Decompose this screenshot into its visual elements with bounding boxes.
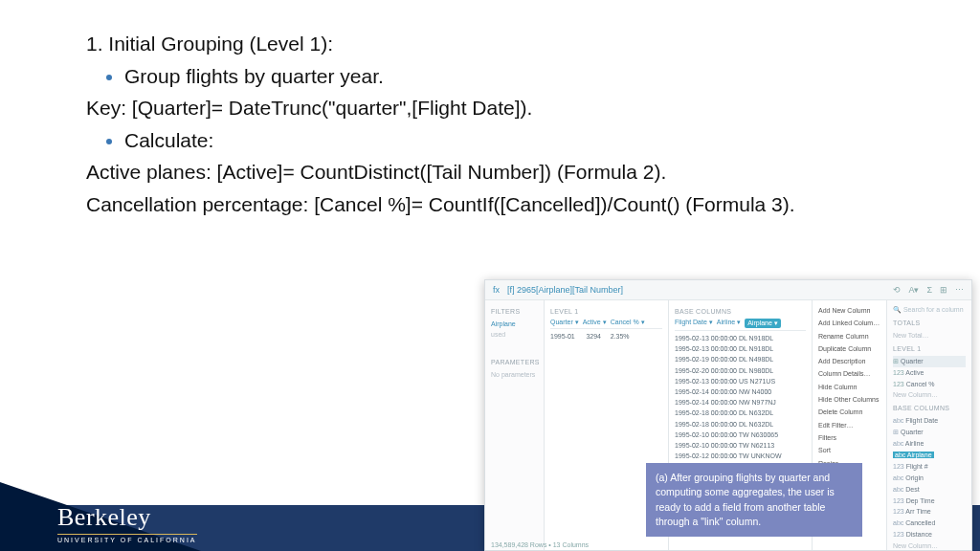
format-icon: A▾ xyxy=(908,285,919,295)
column-item: abc Airline xyxy=(893,438,966,450)
level1-heading: LEVEL 1 xyxy=(550,308,662,315)
search-placeholder: Search for a column xyxy=(903,306,964,313)
r-newcol: New Column… xyxy=(893,389,966,401)
base-heading: BASE COLUMNS xyxy=(675,308,806,315)
filter-item: Airplane xyxy=(491,319,538,329)
new-total: New Total… xyxy=(893,330,966,342)
menu-item: Filters xyxy=(818,431,880,444)
menu-item: Duplicate Column xyxy=(818,342,880,355)
col-airline: Airline ▾ xyxy=(717,319,741,328)
column-item: abc Origin xyxy=(893,473,966,484)
line-3: Active planes: [Active]= CountDistinct([… xyxy=(86,157,900,187)
params-heading: PARAMETERS xyxy=(491,359,538,365)
menu-item: Sort xyxy=(818,444,880,456)
shot-footer: 134,589,428 Rows • 13 Columns xyxy=(491,541,589,548)
menu-item: Column Details… xyxy=(818,367,880,380)
r-cancel: Cancel % xyxy=(906,381,935,387)
r-newcol2: New Column… xyxy=(893,540,966,551)
table-row: 1995-02-18 00:00:00 DL N632DL xyxy=(675,408,806,418)
logo-wordmark: Berkeley xyxy=(57,503,197,532)
logo-subtitle: UNIVERSITY OF CALIFORNIA xyxy=(57,534,197,543)
shot-toolbar: fx [f] 2965[Airplane][Tail Number] ⟲ A▾ … xyxy=(485,280,971,300)
col-quarter: Quarter ▾ xyxy=(550,319,579,326)
column-item: abc Dest xyxy=(893,484,966,496)
caption-box: (a) After grouping flights by quarter an… xyxy=(646,463,862,537)
berkeley-logo: Berkeley UNIVERSITY OF CALIFORNIA xyxy=(57,503,197,543)
column-item: abc Cancelled xyxy=(893,518,966,529)
base-cols: Flight Date ▾ Airline ▾ Airplane ▾ xyxy=(675,319,806,331)
line-2: Key: [Quarter]= DateTrunc("quarter",[Fli… xyxy=(86,93,900,123)
line-1: 1. Initial Grouping (Level 1): xyxy=(86,29,900,59)
column-item: 123 Distance xyxy=(893,529,966,540)
caption-text: After grouping flights by quarter and co… xyxy=(656,472,835,527)
menu-item: Edit Filter… xyxy=(818,419,880,431)
table-row: 1995-02-12 00:00:00 TW UNKNOW xyxy=(675,451,806,461)
right-bc-heading: BASE COLUMNS xyxy=(893,405,966,411)
totals-heading: TOTALS xyxy=(893,320,966,326)
column-item: 123 Dep Time xyxy=(893,496,966,507)
more-icon: ⋯ xyxy=(955,285,964,295)
table-row: 1995-02-20 00:00:00 DL N980DL xyxy=(675,365,806,376)
table-row: 1995-02-14 00:00:00 NW N4000 xyxy=(675,386,806,397)
undo-icon: ⟲ xyxy=(893,285,901,295)
menu-item: Add New Column xyxy=(818,304,880,317)
sigma-icon: Σ xyxy=(926,285,932,295)
menu-item: Delete Column xyxy=(818,406,880,418)
right-l1-heading: LEVEL 1 xyxy=(893,345,966,352)
filters-pane: FILTERS Airplane used PARAMETERS No para… xyxy=(485,300,545,551)
level1-cols: Quarter ▾ Active ▾ Cancel % ▾ xyxy=(550,319,662,329)
formula-bar: [f] 2965[Airplane][Tail Number] xyxy=(507,285,885,295)
bullet-2: Calculate: xyxy=(124,125,900,156)
menu-item: Hide Column xyxy=(818,381,880,393)
filter-sub: used xyxy=(491,329,538,340)
table-row: 1995-02-13 00:00:00 US N271US xyxy=(675,376,806,386)
table-row: 1995-02-10 00:00:00 TW N630065 xyxy=(675,430,806,440)
column-item: ⊞ Quarter xyxy=(893,427,966,438)
col-airplane: Airplane ▾ xyxy=(745,319,781,328)
table-row: 1995-02-13 00:00:00 DL N918DL xyxy=(675,333,806,343)
grid-icon: ⊞ xyxy=(940,285,947,295)
r-active: Active xyxy=(905,369,924,376)
menu-item: Rename Column xyxy=(818,330,880,342)
column-item: abc Airplane xyxy=(893,450,966,461)
slide-text: 1. Initial Grouping (Level 1): Group fli… xyxy=(86,29,900,221)
col-active: Active ▾ xyxy=(583,319,607,326)
filters-heading: FILTERS xyxy=(491,308,538,315)
table-row: 1995-02-14 00:00:00 NW N977NJ xyxy=(675,397,806,408)
level1-row: 1995-01 3294 2.35% xyxy=(550,331,662,342)
col-flightdate: Flight Date ▾ xyxy=(675,319,713,328)
column-item: abc Flight Date xyxy=(893,415,966,427)
table-row: 1995-02-19 00:00:00 DL N498DL xyxy=(675,354,806,364)
menu-item: Add Linked Column… xyxy=(818,317,880,329)
column-item: 123 Flight # xyxy=(893,461,966,473)
menu-item: Add Description xyxy=(818,355,880,367)
params-none: No parameters xyxy=(491,369,538,380)
table-row: 1995-02-13 00:00:00 DL N918DL xyxy=(675,343,806,354)
column-item: 123 Arr Time xyxy=(893,506,966,518)
col-cancel: Cancel % ▾ xyxy=(611,319,645,326)
fx-icon: fx xyxy=(493,285,500,295)
line-4: Cancellation percentage: [Cancel %]= Cou… xyxy=(86,189,900,220)
columns-panel: 🔍 Search for a column TOTALS New Total… … xyxy=(887,300,971,551)
caption-prefix: (a) xyxy=(656,472,668,483)
r-quarter: Quarter xyxy=(901,358,924,364)
embedded-screenshot: fx [f] 2965[Airplane][Tail Number] ⟲ A▾ … xyxy=(484,279,972,551)
table-row: 1995-02-10 00:00:00 TW N62113 xyxy=(675,440,806,451)
menu-item: Hide Other Columns xyxy=(818,393,880,406)
bullet-1: Group flights by quarter year. xyxy=(124,61,900,92)
table-row: 1995-02-18 00:00:00 DL N632DL xyxy=(675,419,806,430)
